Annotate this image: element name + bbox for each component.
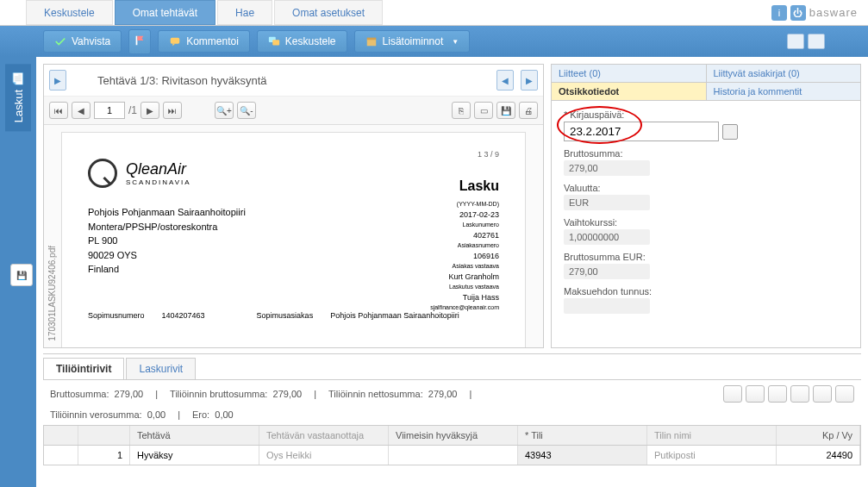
- rail-button[interactable]: 💾: [10, 264, 33, 286]
- col-tili[interactable]: * Tili: [518, 426, 647, 445]
- kommentoi-button[interactable]: Kommentoi: [158, 30, 250, 53]
- vahvista-button[interactable]: Vahvista: [43, 30, 122, 53]
- tab-laskurivit[interactable]: Laskurivit: [126, 358, 196, 379]
- pdf-filename: 170301LASKU92406.pdf: [47, 246, 57, 341]
- keskustele-label: Keskustele: [285, 35, 336, 47]
- chevron-down-icon: ▼: [452, 38, 459, 46]
- col-kpvy[interactable]: Kp / Vy: [777, 426, 860, 445]
- tab-otsikkotiedot[interactable]: Otsikkotiedot: [552, 83, 707, 100]
- row-num: 1: [78, 446, 130, 465]
- pdf-pagenumber: 1 3 / 9: [88, 150, 499, 159]
- maksuehto-label: Maksuehdon tunnus:: [564, 286, 848, 297]
- bruttosumma-label: Bruttosumma:: [564, 148, 848, 159]
- rail-laskut[interactable]: Laskut 📄: [5, 64, 31, 131]
- valuutta-value: EUR: [564, 195, 650, 210]
- prev-page-button[interactable]: ◀: [72, 102, 91, 119]
- svg-rect-0: [136, 35, 138, 45]
- invoice-meta: Lasku (YYYY-MM-DD) 2017-02-23 Laskunumer…: [430, 176, 499, 313]
- col-viimeisin[interactable]: Viimeisin hyväksyjä: [389, 426, 518, 445]
- next-page-button[interactable]: ▶: [141, 102, 159, 119]
- bruttoeur-value: 279,00: [564, 264, 650, 279]
- grid-action-5[interactable]: [813, 385, 832, 403]
- row-vastaanottaja: Oys Heikki: [259, 446, 389, 465]
- valuutta-label: Valuutta:: [564, 183, 848, 193]
- flag-button[interactable]: [128, 29, 151, 54]
- check-icon: [54, 35, 66, 47]
- col-tilinimi[interactable]: Tilin nimi: [647, 426, 777, 445]
- lisatoiminnot-button[interactable]: Lisätoiminnot▼: [354, 30, 471, 53]
- tab-keskustele[interactable]: Keskustele: [26, 0, 113, 25]
- zoom-in-button[interactable]: 🔍+: [215, 102, 234, 119]
- row-tilinimi: Putkiposti: [647, 446, 777, 465]
- save-button[interactable]: 💾: [496, 102, 515, 119]
- vaihtokurssi-label: Vaihtokurssi:: [564, 217, 848, 228]
- row-viimeisin: [389, 446, 518, 465]
- expand-button[interactable]: ▶: [49, 70, 66, 91]
- grid-action-1[interactable]: [723, 385, 742, 403]
- doc-body[interactable]: 170301LASKU92406.pdf 1 3 / 9 QleanAir SC…: [44, 125, 543, 347]
- pdf-page: 1 3 / 9 QleanAir SCANDINAVIA Pohjois Poh…: [61, 132, 526, 347]
- calendar-icon[interactable]: [722, 124, 738, 140]
- keskustele-button[interactable]: Keskustele: [257, 30, 347, 53]
- zoom-in-icon: 🔍+: [216, 106, 232, 116]
- comment-icon: [169, 35, 181, 47]
- last-page-button[interactable]: ⏭: [163, 102, 182, 119]
- flag-icon: [134, 34, 146, 49]
- bruttosumma-value: 279,00: [564, 160, 650, 176]
- box-icon: [365, 35, 378, 47]
- tab-liitteet[interactable]: Liitteet (0): [552, 65, 707, 82]
- tab-omat-tehtavat[interactable]: Omat tehtävät: [115, 0, 215, 25]
- chat-icon: [268, 35, 280, 47]
- grid-action-4[interactable]: [790, 385, 809, 403]
- copy-button[interactable]: ⎘: [452, 102, 471, 119]
- layout-button-1[interactable]: [787, 34, 804, 49]
- power-icon[interactable]: ⏻: [790, 5, 806, 21]
- layout-button-2[interactable]: [808, 34, 825, 49]
- row-tili[interactable]: 43943: [518, 446, 647, 465]
- logo-basware: basware: [809, 6, 858, 19]
- task-prev-button[interactable]: ◀: [496, 70, 514, 91]
- tab-omat-asetukset[interactable]: Omat asetukset: [274, 0, 383, 25]
- kirjauspaiva-label: * Kirjauspäivä:: [564, 109, 848, 120]
- doc-toolbar: ⏮ ◀ /1 ▶ ⏭ 🔍+ 🔍- ⎘ ▭ 💾 🖨: [44, 97, 543, 125]
- info-icon[interactable]: i: [771, 5, 787, 21]
- page-total: /1: [128, 104, 137, 116]
- grid-action-3[interactable]: [768, 385, 787, 403]
- doc-icon: 📄: [12, 72, 25, 86]
- action-toolbar: Vahvista Kommentoi Keskustele Lisätoimin…: [0, 26, 868, 57]
- tab-hae[interactable]: Hae: [217, 0, 272, 25]
- table-row[interactable]: 1 Hyväksy Oys Heikki 43943 Putkiposti 24…: [44, 446, 860, 465]
- svg-rect-1: [171, 38, 180, 44]
- tab-tiliointirivit[interactable]: Tiliöintirivit: [43, 358, 124, 379]
- grid-action-6[interactable]: [835, 385, 854, 403]
- page-input[interactable]: [94, 102, 125, 119]
- svg-rect-3: [272, 40, 279, 45]
- zoom-out-icon: 🔍-: [240, 106, 253, 116]
- top-nav: Keskustele Omat tehtävät Hae Omat asetuk…: [0, 0, 868, 26]
- kommentoi-label: Kommentoi: [186, 35, 239, 47]
- accounting-grid: Tehtävä Tehtävän vastaanottaja Viimeisin…: [43, 425, 861, 465]
- maksuehto-value: [564, 298, 650, 314]
- svg-rect-5: [366, 38, 376, 41]
- print-button[interactable]: 🖨: [519, 102, 538, 119]
- svg-rect-4: [366, 39, 376, 46]
- fit-button[interactable]: ▭: [474, 102, 493, 119]
- disk-icon: 💾: [16, 271, 27, 280]
- grid-action-2[interactable]: [746, 385, 765, 403]
- first-page-button[interactable]: ⏮: [49, 102, 68, 119]
- row-kpvy: 24490: [777, 446, 860, 465]
- vahvista-label: Vahvista: [72, 35, 110, 47]
- lisatoiminnot-label: Lisätoiminnot: [383, 35, 444, 47]
- side-panel: Liitteet (0) Liittyvät asiakirjat (0) Ot…: [551, 64, 861, 348]
- col-vastaanottaja[interactable]: Tehtävän vastaanottaja: [259, 426, 389, 445]
- q-circle-icon: [88, 159, 117, 188]
- col-tehtava[interactable]: Tehtävä: [130, 426, 259, 445]
- zoom-out-button[interactable]: 🔍-: [237, 102, 256, 119]
- tab-historia[interactable]: Historia ja kommentit: [707, 83, 861, 100]
- vaihtokurssi-value: 1,00000000: [564, 229, 650, 245]
- task-next-button[interactable]: ▶: [521, 70, 538, 91]
- tab-liittyvat[interactable]: Liittyvät asiakirjat (0): [707, 65, 861, 82]
- kirjauspaiva-input[interactable]: [564, 122, 719, 141]
- bruttoeur-label: Bruttosumma EUR:: [564, 252, 848, 262]
- task-title: Tehtävä 1/3: Rivitason hyväksyntä: [97, 74, 267, 87]
